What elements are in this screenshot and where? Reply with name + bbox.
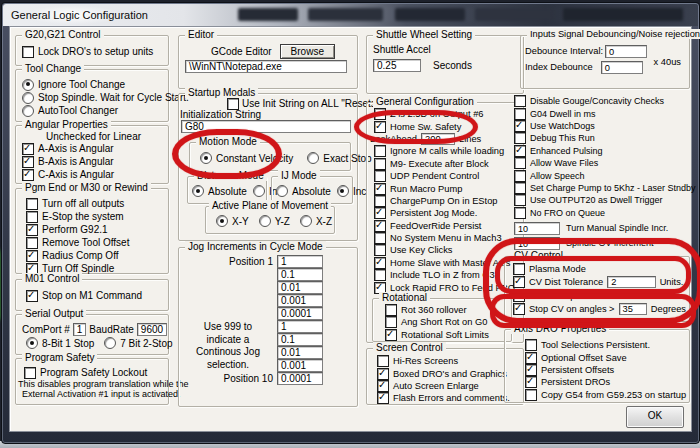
radio-icon[interactable] [22, 92, 34, 104]
checkbox-icon[interactable] [24, 367, 36, 379]
checkbox-icon[interactable] [374, 257, 386, 269]
checkbox-icon[interactable] [385, 304, 397, 316]
checkbox-icon[interactable] [374, 244, 386, 256]
checkbox-icon[interactable] [374, 269, 386, 281]
radio-ignore-tool-change[interactable]: Ignore Tool Change [22, 78, 165, 91]
radio-7-bit-2-stop[interactable]: 7 Bit 2-Stop [104, 337, 172, 349]
checkbox-persistent-dros[interactable]: Persistent DROs [525, 376, 686, 388]
checkbox-set-charge-pump-to-5khz-laser-stndby[interactable]: Set Charge Pump to 5Khz - Laser Stndby [514, 182, 690, 194]
checkbox-feedoverride-persist[interactable]: FeedOverRide Persist [374, 220, 521, 232]
checkbox-rotational-soft-limits[interactable]: Rotational Soft Limits [385, 329, 508, 341]
checkbox-run-macro-pump[interactable]: Run Macro Pump [374, 182, 521, 194]
checkbox-remove-tool-offset[interactable]: Remove Tool Offset [26, 236, 165, 249]
shuttle-accel-input[interactable]: 0.25 [373, 59, 421, 72]
checkbox-icon[interactable] [26, 211, 38, 223]
jog-increment-input[interactable]: 0.0001 [277, 372, 323, 385]
comport-input[interactable]: 1 [73, 323, 87, 336]
checkbox-icon[interactable] [513, 276, 525, 288]
checkbox-stop-cv-on-angles[interactable]: Stop CV on angles > 35 Degrees [513, 302, 686, 316]
radio-icon[interactable] [259, 215, 271, 227]
checkbox-g04-dwell-in-ms[interactable]: G04 Dwell in ms [514, 107, 690, 119]
cv-dist-tolerance-input[interactable]: 2 [607, 276, 655, 288]
radio-absolute[interactable]: Absolute [276, 185, 331, 197]
spindle-incr-input[interactable]: 10 [514, 222, 560, 235]
checkbox-turn-off-all-outputs[interactable]: Turn off all outputs [26, 197, 165, 210]
jog-increment-input[interactable]: 0.1 [277, 333, 323, 346]
init-string-input[interactable]: G80 [181, 120, 351, 133]
checkbox-icon[interactable] [385, 329, 397, 341]
radio-icon[interactable] [337, 185, 349, 197]
lookahead-input[interactable]: 200 [421, 133, 455, 145]
ok-button[interactable]: OK [626, 406, 684, 428]
jog-increment-input[interactable]: 0.001 [277, 294, 323, 307]
radio-icon[interactable] [216, 215, 228, 227]
checkbox-icon[interactable] [377, 368, 389, 380]
jog-field-row[interactable]: 0.001 [185, 294, 354, 307]
jog-increment-input[interactable]: 0.001 [277, 359, 323, 372]
radio-icon[interactable] [22, 79, 34, 91]
checkbox-use-key-clicks[interactable]: Use Key Clicks [374, 244, 521, 256]
checkbox-icon[interactable] [26, 198, 38, 210]
stop-cv-angle-input[interactable]: 35 [619, 303, 647, 315]
checkbox-icon[interactable] [26, 224, 38, 236]
checkbox-enhanced-pulsing[interactable]: Enhanced Pulsing [514, 145, 690, 157]
checkbox-icon[interactable] [514, 95, 526, 107]
checkbox-icon[interactable] [22, 46, 34, 58]
checkbox-icon[interactable] [26, 290, 38, 302]
checkbox-perform-g92-1[interactable]: Perform G92.1 [26, 223, 165, 236]
radio-icon[interactable] [307, 152, 319, 164]
checkbox-copy-g54-from-g59-253-on-startup[interactable]: Copy G54 from G59.253 on startup [525, 389, 686, 401]
checkbox-e-stop-the-system[interactable]: E-Stop the system [26, 210, 165, 223]
checkbox-udp-pendent-control[interactable]: UDP Pendent Control [374, 170, 521, 182]
jog-increment-input[interactable]: 0.01 [277, 346, 323, 359]
checkbox-icon[interactable] [374, 183, 386, 195]
checkbox-icon[interactable] [26, 237, 38, 249]
checkbox-icon[interactable] [26, 250, 38, 262]
checkbox-allow-wave-files[interactable]: Allow Wave Files [514, 157, 690, 169]
checkbox-persistent-jog-mode[interactable]: Persistent Jog Mode. [374, 207, 521, 219]
checkbox-no-fro-on-queue[interactable]: No FRO on Queue [514, 207, 690, 219]
jog-increment-input[interactable]: 1 [277, 255, 323, 268]
checkbox-icon[interactable] [525, 376, 537, 388]
checkbox-optional-offset-save[interactable]: Optional Offset Save [525, 351, 686, 363]
checkbox-icon[interactable] [514, 157, 526, 169]
checkbox-icon[interactable] [514, 120, 526, 132]
radio-icon[interactable] [22, 105, 34, 117]
checkbox-use-output20-as-dwell-trigger[interactable]: Use OUTPUT20 as Dwell Trigger [514, 194, 690, 206]
checkbox-icon[interactable] [514, 170, 526, 182]
radio-icon[interactable] [104, 337, 116, 349]
radio-icon[interactable] [300, 215, 312, 227]
checkbox-icon[interactable] [525, 352, 537, 364]
radio-icon[interactable] [26, 337, 38, 349]
radio-x-y[interactable]: X-Y [216, 215, 249, 227]
checkbox-icon[interactable] [374, 207, 386, 219]
spindle-ov-input[interactable]: 10 [514, 237, 560, 250]
checkbox-icon[interactable] [514, 108, 526, 120]
editor-path-input[interactable]: \WinNT\Notepad.exe [185, 60, 347, 73]
checkbox-disable-gouge-concavity-checks[interactable]: Disable Gouge/Concavity Checks [514, 95, 690, 107]
checkbox-icon[interactable] [374, 158, 386, 170]
checkbox-home-sw-safety[interactable]: Home Sw. Safety [374, 120, 521, 132]
jog-increment-input[interactable]: 0.1 [277, 268, 323, 281]
jog-field-row[interactable]: Position 11 [185, 255, 354, 268]
radio-constant-velocity[interactable]: Constant Velocity [200, 152, 293, 164]
checkbox-no-system-menu-in-mach3[interactable]: No System Menu in Mach3 [374, 232, 521, 244]
jog-increment-input[interactable]: 1 [277, 320, 323, 333]
checkbox-icon[interactable] [22, 143, 34, 155]
jog-field-row[interactable]: 0.1 [185, 268, 354, 281]
checkbox-icon[interactable] [525, 389, 537, 401]
checkbox-use-watchdogs[interactable]: Use WatchDogs [514, 120, 690, 132]
checkbox-icon[interactable] [513, 290, 525, 302]
checkbox-icon[interactable] [514, 132, 526, 144]
radio-exact-stop[interactable]: Exact Stop [307, 152, 371, 164]
radio-stop-spindle-wait-for-cycle-start[interactable]: Stop Spindle. Wait for Cycle Start. [22, 91, 165, 104]
jog-field-row[interactable]: Position 100.0001 [185, 372, 354, 385]
checkbox-a-axis-is-angular[interactable]: A-Axis is Angular [22, 142, 165, 155]
browse-button[interactable]: Browse [280, 44, 335, 59]
dialog-titlebar[interactable]: General Logic Configuration [3, 4, 698, 26]
checkbox-icon[interactable] [514, 182, 526, 194]
checkbox-icon[interactable] [374, 121, 386, 133]
checkbox-icon[interactable] [377, 355, 389, 367]
checkbox-rot-360-rollover[interactable]: Rot 360 rollover [385, 304, 508, 316]
jog-field-row[interactable]: 0.01 [185, 281, 354, 294]
